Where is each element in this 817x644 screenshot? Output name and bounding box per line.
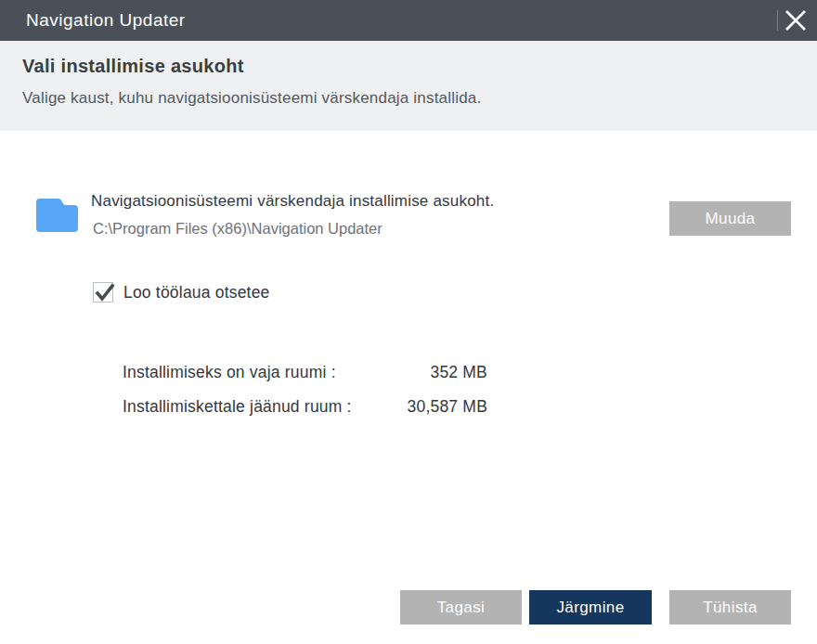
space-available-label: Installimiskettale jäänud ruum :	[123, 397, 352, 417]
install-location-label: Navigatsioonisüsteemi värskendaja instal…	[91, 192, 494, 211]
page-subtitle: Valige kaust, kuhu navigatsioonisüsteemi…	[22, 89, 481, 108]
space-required-value: 352 MB	[430, 363, 487, 382]
space-available-row: Installimiskettale jäänud ruum : 30,587 …	[123, 397, 487, 417]
window-title: Navigation Updater	[26, 10, 186, 31]
title-bar: Navigation Updater	[0, 0, 817, 41]
space-required-label: Installimiseks on vaja ruumi :	[123, 363, 336, 382]
close-icon	[783, 7, 809, 33]
wizard-step-header: Vali installimise asukoht Valige kaust, …	[0, 41, 817, 131]
desktop-shortcut-row: Loo töölaua otsetee	[93, 282, 270, 303]
install-path-value: C:\Program Files (x86)\Navigation Update…	[93, 220, 383, 238]
change-location-button[interactable]: Muuda	[669, 201, 791, 236]
space-required-row: Installimiseks on vaja ruumi : 352 MB	[123, 363, 487, 382]
back-button[interactable]: Tagasi	[400, 590, 522, 625]
main-panel: Navigatsioonisüsteemi värskendaja instal…	[0, 131, 817, 644]
checkbox-checkmark	[95, 281, 115, 303]
next-button[interactable]: Järgmine	[529, 590, 652, 625]
page-title: Vali installimise asukoht	[22, 56, 244, 77]
space-available-value: 30,587 MB	[408, 397, 487, 417]
folder-icon	[35, 194, 79, 237]
desktop-shortcut-label: Loo töölaua otsetee	[123, 283, 270, 303]
cancel-button[interactable]: Tühista	[669, 590, 791, 625]
desktop-shortcut-checkbox[interactable]	[93, 282, 113, 303]
disk-space-info: Installimiseks on vaja ruumi : 352 MB In…	[123, 363, 487, 431]
close-button[interactable]	[778, 4, 813, 37]
